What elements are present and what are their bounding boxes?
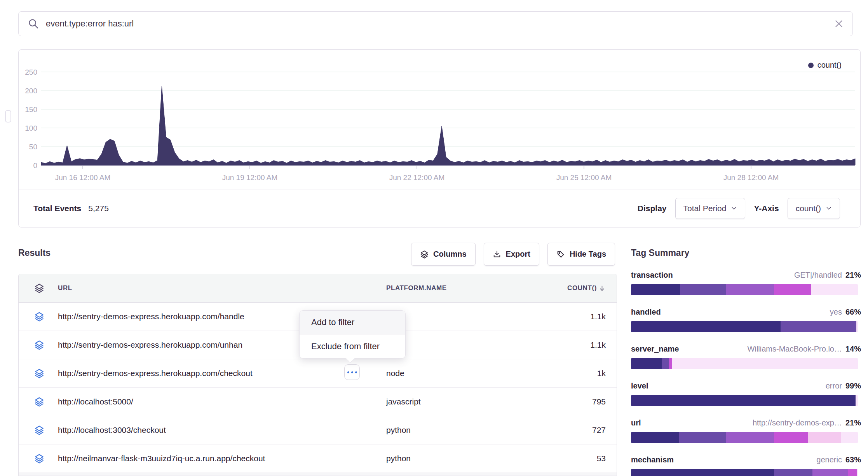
tag-summary-title: Tag Summary [631, 248, 861, 258]
url-cell[interactable]: http://sentry-demos-express.herokuapp.co… [58, 340, 242, 350]
tag-top-percent: 66% [845, 308, 861, 317]
tag-distribution-bar[interactable] [631, 284, 858, 295]
svg-text:250: 250 [25, 68, 37, 76]
events-chart: 050100150200250Jun 16 12:00 AMJun 19 12:… [19, 50, 860, 188]
url-cell[interactable]: http://sentry-demos-express.herokuapp.co… [58, 312, 244, 321]
column-header-url[interactable]: URL [58, 284, 72, 292]
tag-bar-segment [781, 321, 856, 332]
url-cell[interactable]: http://sentry-demos-express.herokuapp.co… [58, 369, 253, 378]
tag-distribution-bar[interactable] [631, 358, 858, 369]
yaxis-value: count() [796, 204, 821, 213]
tag-distribution-bar[interactable] [631, 469, 858, 476]
tag-name[interactable]: handled [631, 308, 661, 317]
platform-cell[interactable]: node [386, 369, 404, 378]
count-cell[interactable]: 795 [592, 397, 606, 406]
add-to-filter-item[interactable]: Add to filter [300, 311, 405, 334]
url-cell[interactable]: http://neilmanvar-flask-m3uuizd7iq-uc.a.… [58, 454, 265, 463]
stack-icon[interactable] [34, 425, 44, 435]
column-header-count[interactable]: COUNT() [567, 284, 606, 292]
export-button-label: Export [506, 250, 530, 259]
url-cell[interactable]: http://localhost:3003/checkout [58, 425, 166, 435]
yaxis-label: Y-Axis [754, 204, 779, 213]
clear-search-icon[interactable] [834, 19, 844, 29]
stack-icon[interactable] [34, 368, 44, 378]
tag-name[interactable]: level [631, 382, 648, 390]
count-cell[interactable]: 1.1k [590, 312, 606, 321]
svg-text:100: 100 [25, 124, 37, 132]
table-row[interactable]: http://neilmanvar-flask-m3uuizd7iq-uc.a.… [19, 444, 617, 473]
results-title: Results [18, 248, 51, 258]
tag-entry: server_nameWilliams-MacBook-Pro.lo…14% [631, 345, 861, 369]
count-cell[interactable]: 1.1k [590, 340, 606, 350]
tag-summary-panel: Tag Summary transactionGET|/handled21%ha… [631, 248, 861, 476]
tag-entry: levelerror99% [631, 382, 861, 406]
tag-entry: mechanismgeneric63% [631, 455, 861, 476]
yaxis-select[interactable]: count() [788, 198, 840, 219]
stack-icon[interactable] [34, 340, 44, 350]
tag-top-percent: 63% [845, 455, 861, 464]
chevron-down-icon [731, 205, 737, 212]
tag-top-value: yes [830, 308, 842, 317]
tag-top-percent: 21% [845, 271, 861, 280]
url-cell[interactable]: http://localhost:5000/ [58, 397, 133, 406]
sidebar-collapse-handle[interactable] [5, 110, 11, 122]
export-button[interactable]: Export [484, 243, 539, 266]
hide-tags-button[interactable]: Hide Tags [547, 243, 615, 266]
platform-cell[interactable]: python [386, 454, 411, 463]
tag-bar-segment [857, 469, 858, 476]
svg-text:Jun 28 12:00 AM: Jun 28 12:00 AM [723, 173, 779, 182]
svg-text:Jun 25 12:00 AM: Jun 25 12:00 AM [556, 173, 612, 182]
count-cell[interactable]: 53 [597, 454, 606, 463]
columns-button[interactable]: Columns [411, 243, 476, 266]
stack-icon[interactable] [34, 397, 44, 407]
stack-icon[interactable] [34, 312, 44, 322]
events-chart-panel: count() 050100150200250Jun 16 12:00 AMJu… [18, 49, 861, 228]
display-value: Total Period [683, 204, 727, 213]
tag-top-percent: 14% [845, 345, 861, 354]
search-input[interactable]: event.type:error has:url [46, 19, 834, 29]
tag-distribution-bar[interactable] [631, 321, 858, 332]
discover-page: event.type:error has:url count() 0501001… [0, 0, 868, 476]
stack-icon[interactable] [34, 453, 44, 464]
tag-icon [556, 250, 565, 259]
table-row[interactable]: http://sentry-demos-express.herokuapp.co… [19, 359, 617, 388]
tag-name[interactable]: transaction [631, 271, 673, 280]
tag-bar-segment [631, 321, 781, 332]
table-row[interactable]: http://localhost:5000/ javascript 795 [19, 388, 617, 416]
tag-top-percent: 21% [845, 418, 861, 427]
tag-name[interactable]: server_name [631, 345, 679, 354]
download-icon [493, 250, 501, 259]
stack-icon[interactable] [34, 283, 44, 293]
search-bar[interactable]: event.type:error has:url [18, 11, 853, 36]
chevron-down-icon [826, 205, 832, 212]
tag-bar-segment [774, 432, 808, 443]
display-label: Display [638, 204, 667, 213]
tag-bar-segment [672, 358, 858, 369]
tag-entry: transactionGET|/handled21% [631, 271, 861, 295]
results-table: URL PLATFORM.NAME COUNT() http://sentry-… [18, 274, 617, 476]
svg-text:200: 200 [25, 87, 37, 95]
platform-cell[interactable]: python [386, 425, 411, 435]
count-header-label: COUNT() [567, 284, 597, 292]
count-cell[interactable]: 1k [597, 369, 606, 378]
count-cell[interactable]: 727 [592, 425, 606, 435]
layers-icon [420, 250, 429, 259]
table-row[interactable]: http://localhost:3003/checkout python 72… [19, 416, 617, 444]
tag-entry: urlhttp://sentry-demos-exp…21% [631, 418, 861, 443]
tag-bar-segment [662, 358, 669, 369]
tag-bar-segment [669, 358, 672, 369]
platform-cell[interactable]: javascript [386, 397, 421, 406]
tag-bar-segment [631, 432, 679, 443]
display-select[interactable]: Total Period [675, 198, 746, 219]
tag-bar-segment [812, 469, 848, 476]
column-header-platform[interactable]: PLATFORM.NAME [386, 284, 447, 292]
exclude-from-filter-item[interactable]: Exclude from filter [300, 334, 405, 358]
tag-top-value: generic [816, 455, 842, 464]
cell-actions-button[interactable] [344, 364, 360, 380]
tag-distribution-bar[interactable] [631, 432, 858, 443]
table-header: URL PLATFORM.NAME COUNT() [19, 274, 617, 303]
tag-name[interactable]: mechanism [631, 455, 674, 464]
tag-bar-segment [856, 321, 858, 332]
tag-distribution-bar[interactable] [631, 395, 858, 406]
tag-name[interactable]: url [631, 418, 641, 427]
